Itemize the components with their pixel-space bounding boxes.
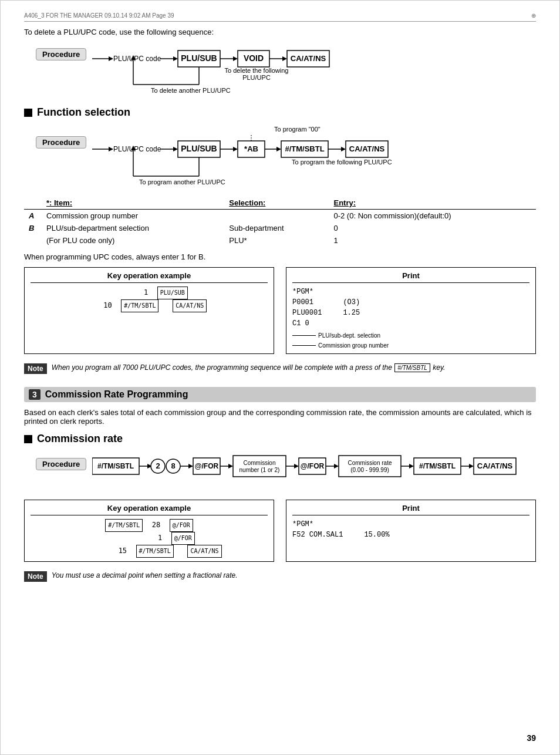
svg-marker-76: [409, 464, 414, 468]
svg-marker-27: [173, 147, 178, 151]
tm-sbtl-key-1: #/TM/SBTL: [121, 299, 158, 312]
key-op-title-2: Key operation example: [31, 504, 268, 515]
svg-text:PLU/UPC code: PLU/UPC code: [113, 145, 161, 153]
procedure2-diagram: To program "00" PLU/UPC code PLU/SUB: [92, 124, 491, 189]
page-header: A406_3 FOR THE MANAGER 09.10.14 9:02 AM …: [24, 12, 536, 22]
header-crosshair: ⊕: [531, 12, 536, 19]
items-table: *: Item: Selection: Entry: A Commission …: [24, 197, 536, 247]
col-item: *: Item:: [42, 197, 224, 210]
header-left: A406_3 FOR THE MANAGER 09.10.14 9:02 AM …: [24, 12, 174, 19]
function-selection-title: Function selection: [24, 106, 536, 119]
svg-text:8: 8: [171, 461, 176, 470]
intro-text: To delete a PLU/UPC code, use the follow…: [24, 28, 536, 36]
svg-text:*AB: *AB: [244, 144, 258, 153]
procedure3-badge: Procedure: [36, 458, 86, 470]
note-text-1: When you program all 7000 PLU/UPC codes,…: [52, 363, 446, 372]
print-box-1: Print *PGM* P0001 (O3) PLU0001 1.25 C1 0…: [286, 267, 536, 354]
ca-at-ns-key-1: CA/AT/NS: [173, 299, 207, 312]
svg-rect-63: [233, 456, 286, 477]
table-row: A Commission group number 0-2 (0: Non co…: [24, 210, 536, 223]
print-content-2: *PGM* F52 COM.SAL1 15.00%: [292, 519, 529, 540]
procedure2-container: Procedure To program "00" PLU/UPC code: [36, 124, 536, 191]
table-row: (For PLU code only) PLU* 1: [24, 234, 536, 247]
print-title-1: Print: [292, 271, 529, 283]
page: A406_3 FOR THE MANAGER 09.10.14 9:02 AM …: [0, 0, 560, 755]
key-op-content-1: 1 PLU/SUB 10 #/TM/SBTL CA/AT/NS: [31, 287, 268, 312]
svg-rect-72: [339, 456, 401, 477]
note-box-2: Note You must use a decimal point when s…: [24, 568, 536, 585]
svg-marker-67: [294, 464, 299, 468]
svg-text:PLU/SUB: PLU/SUB: [181, 53, 217, 63]
procedure3-container: Procedure #/TM/SBTL 2: [36, 451, 536, 494]
svg-text:(0.00 - 999.99): (0.00 - 999.99): [351, 467, 390, 473]
tm-sbtl-key-2: #/TM/SBTL: [105, 519, 143, 532]
svg-text:Commission rate: Commission rate: [348, 460, 392, 466]
svg-marker-80: [469, 464, 474, 468]
svg-marker-8: [233, 56, 238, 61]
tm-sbtl-inline: #/TM/SBTL: [394, 363, 430, 372]
black-square-icon: [24, 109, 32, 117]
note-badge-1: Note: [24, 363, 47, 374]
svg-text:To program the following PLU/U: To program the following PLU/UPC: [292, 159, 392, 166]
svg-marker-1: [109, 56, 113, 61]
svg-text:@/FOR: @/FOR: [301, 462, 325, 470]
tm-sbtl-key-3: #/TM/SBTL: [136, 545, 174, 558]
page-number: 39: [527, 733, 536, 743]
svg-marker-35: [276, 147, 281, 151]
svg-marker-31: [233, 147, 238, 151]
col-entry: Entry:: [329, 197, 536, 210]
plu-sub-key-1: PLU/SUB: [157, 287, 188, 299]
svg-text:#/TM/SBTL: #/TM/SBTL: [419, 462, 456, 470]
svg-text:#/TM/SBTL: #/TM/SBTL: [285, 144, 325, 153]
procedure1-diagram: PLU/UPC code PLU/SUB VOID: [92, 42, 491, 95]
svg-marker-62: [228, 464, 233, 468]
procedure2-badge: Procedure: [36, 136, 86, 149]
svg-text:Commission: Commission: [244, 460, 276, 466]
svg-text:PLU/UPC code: PLU/UPC code: [113, 55, 161, 63]
note-box-1: Note When you program all 7000 PLU/UPC c…: [24, 360, 536, 378]
commission-group-label: Commission group number: [318, 341, 389, 350]
key-op-box-1: Key operation example 1 PLU/SUB 10 #/TM/…: [24, 267, 274, 354]
svg-text:number (1 or 2): number (1 or 2): [239, 467, 280, 473]
svg-text:2: 2: [156, 461, 160, 470]
function-selection-section: Function selection Procedure To program …: [24, 106, 536, 191]
svg-marker-24: [109, 147, 113, 151]
svg-text:To program "00": To program "00": [274, 126, 321, 133]
for-key-2: @/FOR: [171, 532, 195, 545]
commission-rate-sub-title: Commission rate: [24, 433, 536, 445]
svg-marker-12: [282, 56, 287, 61]
procedure1-container: Procedure PLU/UPC code PLU/SUB: [36, 42, 536, 97]
svg-text:CA/AT/NS: CA/AT/NS: [291, 54, 326, 63]
svg-text:VOID: VOID: [244, 53, 264, 63]
black-square-2-icon: [24, 435, 32, 443]
col-selection: Selection:: [224, 197, 329, 210]
numbered-section-3: 3 Commission Rate Programming: [24, 387, 536, 402]
svg-text:PLU/UPC: PLU/UPC: [242, 74, 271, 81]
svg-marker-71: [334, 464, 339, 468]
svg-text:@/FOR: @/FOR: [195, 462, 219, 470]
print-title-2: Print: [292, 504, 529, 515]
upc-note: When programming UPC codes, always enter…: [24, 252, 536, 261]
note-text-2: You must use a decimal point when settin…: [52, 571, 238, 579]
commission-rate-desc: Based on each clerk's sales total of eac…: [24, 408, 536, 426]
svg-text:To program another PLU/UPC: To program another PLU/UPC: [139, 178, 225, 186]
section-number: 3: [29, 389, 41, 400]
print-content-1: *PGM* P0001 (O3) PLU0001 1.25 C1 0 PLU/s…: [292, 287, 529, 350]
commission-rate-title: Commission Rate Programming: [45, 389, 188, 400]
plu-sub-dept-label: PLU/sub-dept. selection: [318, 331, 380, 340]
items-table-section: *: Item: Selection: Entry: A Commission …: [24, 197, 536, 261]
key-op-print-2: Key operation example #/TM/SBTL 28 @/FOR…: [24, 500, 536, 562]
svg-marker-58: [188, 464, 193, 468]
print-box-2: Print *PGM* F52 COM.SAL1 15.00%: [286, 500, 536, 562]
svg-text:To delete the following: To delete the following: [225, 67, 289, 74]
svg-marker-39: [341, 147, 346, 151]
svg-marker-4: [173, 56, 178, 61]
note-badge-2: Note: [24, 571, 47, 582]
svg-text:To delete another PLU/UPC: To delete another PLU/UPC: [151, 87, 231, 94]
for-key-1: @/FOR: [170, 519, 193, 532]
key-op-content-2: #/TM/SBTL 28 @/FOR 1 @/FOR 15 #/TM/SBTL: [31, 519, 268, 558]
commission-rate-section: 3 Commission Rate Programming Based on e…: [24, 387, 536, 585]
svg-text:#/TM/SBTL: #/TM/SBTL: [97, 462, 134, 470]
key-op-title-1: Key operation example: [31, 271, 268, 283]
svg-text:CA/AT/NS: CA/AT/NS: [477, 461, 513, 470]
